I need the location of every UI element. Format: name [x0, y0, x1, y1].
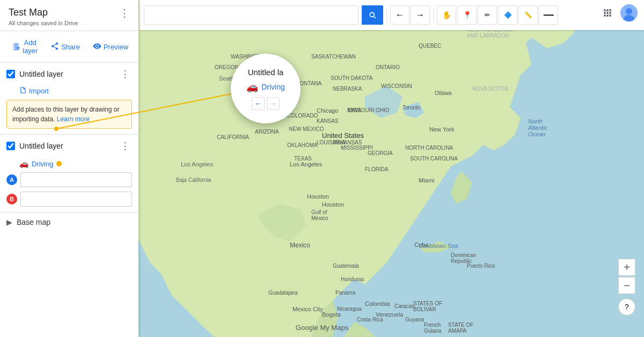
map-more-options-button[interactable]: ⋮: [117, 6, 132, 19]
sidebar: Test Map All changes saved in Drive ⋮ Ad…: [0, 0, 138, 337]
layer-2-header: Untitled layer ⋮: [0, 135, 138, 157]
sidebar-header: Test Map All changes saved in Drive ⋮: [0, 0, 138, 31]
help-button[interactable]: ?: [618, 298, 635, 316]
zoom-out-button[interactable]: −: [618, 277, 635, 294]
preview-button[interactable]: Preview: [87, 35, 134, 58]
route-input-a: A: [0, 170, 138, 189]
share-label: Share: [61, 43, 80, 51]
redo-button[interactable]: →: [411, 5, 430, 25]
layer-2-section: Untitled layer ⋮ 🚗 Driving A B: [0, 135, 138, 213]
top-toolbar: ← → ✋ 📍 ✏ 🔷 📏 ━━━: [140, 0, 644, 30]
layer-1-title: Untitled layer: [19, 70, 114, 78]
layer-2-driving-row: 🚗 Driving: [0, 157, 138, 170]
route-letter-b: B: [6, 194, 17, 204]
add-layer-button[interactable]: Add layer: [6, 35, 43, 58]
measure-button[interactable]: 📏: [518, 5, 538, 25]
popup-driving-label: Driving: [261, 83, 285, 91]
layer-1-more-button[interactable]: ⋮: [118, 68, 132, 80]
base-map-section[interactable]: ▶ Base map: [0, 213, 138, 232]
layer-1-info-box: Add places to this layer by drawing or i…: [6, 100, 132, 129]
search-button[interactable]: [362, 5, 383, 25]
search-input[interactable]: [144, 5, 358, 25]
preview-icon: [93, 42, 101, 52]
base-map-chevron-icon: ▶: [6, 218, 12, 226]
draw-line-button[interactable]: ✏: [478, 5, 497, 25]
route-input-b: B: [0, 189, 138, 212]
map-title-area: Test Map All changes saved in Drive: [9, 6, 78, 26]
user-avatar[interactable]: [620, 4, 638, 21]
popup-driving-row: 🚗 Driving: [246, 81, 285, 93]
apps-grid-icon[interactable]: [599, 4, 616, 21]
svg-point-5: [626, 8, 632, 14]
layer-1-section: Untitled layer ⋮ Import Add places to th…: [0, 63, 138, 135]
popup-left-arrow-button[interactable]: ←: [252, 97, 265, 110]
toolbar-separator-1: [386, 9, 387, 21]
floating-popup: Untitled la 🚗 Driving ← →: [231, 54, 301, 123]
google-my-maps-label: Google My Maps: [296, 324, 348, 332]
layer-1-checkbox[interactable]: [6, 70, 15, 78]
undo-button[interactable]: ←: [390, 5, 409, 25]
toolbar-separator-2: [433, 9, 434, 21]
popup-car-icon: 🚗: [246, 81, 258, 93]
layer-1-actions: Import: [0, 85, 138, 100]
pan-button[interactable]: ✋: [437, 5, 456, 25]
zoom-controls: + −: [618, 259, 635, 294]
add-layer-label: Add layer: [23, 39, 38, 55]
popup-right-arrow-button[interactable]: →: [267, 97, 280, 110]
layer-2-more-button[interactable]: ⋮: [118, 140, 132, 152]
import-doc-icon: [19, 86, 27, 96]
zoom-in-button[interactable]: +: [618, 259, 635, 276]
share-icon: [50, 42, 59, 52]
driving-label: Driving: [32, 160, 53, 168]
popup-arrow-row: ← →: [252, 97, 280, 110]
share-button[interactable]: Share: [45, 35, 85, 58]
marker-button[interactable]: 📍: [457, 5, 477, 25]
layer-1-header: Untitled layer ⋮: [0, 63, 138, 85]
route-b-input[interactable]: [20, 192, 132, 207]
top-right-controls: [599, 4, 638, 21]
learn-more-link[interactable]: Learn more: [57, 115, 90, 123]
popup-circle: Untitled la 🚗 Driving ← →: [231, 54, 301, 123]
route-a-input[interactable]: [20, 172, 132, 187]
layer-2-title: Untitled layer: [19, 142, 114, 150]
preview-label: Preview: [104, 43, 128, 51]
map-title: Test Map: [9, 6, 78, 19]
add-layer-icon: [12, 42, 20, 52]
text-button[interactable]: ━━━: [539, 5, 558, 25]
layer-2-checkbox[interactable]: [6, 142, 15, 150]
driving-car-icon: 🚗: [19, 159, 28, 168]
driving-active-dot: [56, 161, 62, 166]
map-subtitle: All changes saved in Drive: [9, 20, 78, 26]
sidebar-actions: Add layer Share Preview: [0, 31, 138, 63]
popup-title: Untitled la: [248, 68, 284, 77]
draw-shape-button[interactable]: 🔷: [498, 5, 517, 25]
base-map-label: Base map: [17, 218, 50, 226]
route-letter-a: A: [6, 174, 17, 185]
import-label: Import: [29, 87, 49, 95]
import-button[interactable]: Import: [19, 86, 49, 96]
